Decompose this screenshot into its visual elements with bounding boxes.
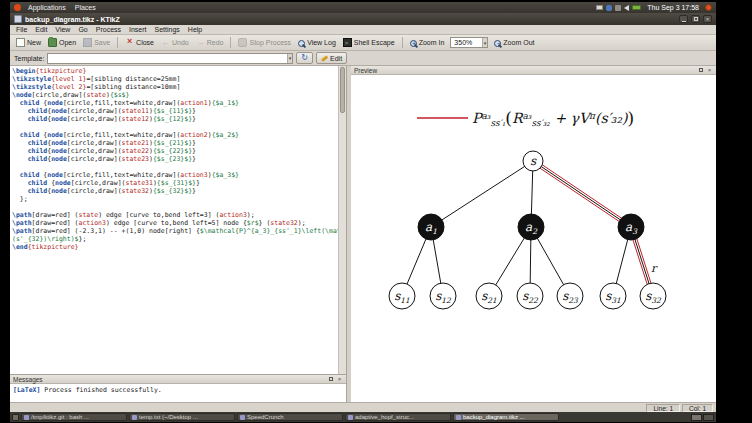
code-line[interactable]: child {node[circle,fill,text=white,draw]… [12,99,344,107]
taskbar-button[interactable]: backup_diagram.tikz ... [453,413,559,421]
zoom-out-button[interactable]: Zoom Out [491,38,537,48]
save-label: Save [94,39,110,46]
open-folder-icon [48,38,57,47]
bluetooth-icon[interactable] [606,5,612,11]
taskbar-button-label: adaptive_hopf_struc... [355,414,414,420]
menu-help[interactable]: Help [184,26,206,33]
show-desktop-icon[interactable] [12,414,19,421]
statusbar: Line: 1 Col: 1 [10,402,716,412]
scrollbar-thumb[interactable] [340,67,345,113]
zoom-in-button[interactable]: Zoom In [407,38,448,48]
code-line[interactable]: \end{tikzpicture} [12,243,344,251]
code-line[interactable]: child {node[circle,fill,text=white,draw]… [12,171,344,179]
window-icon [14,15,22,23]
titlebar[interactable]: backup_diagram.tikz - KTikZ × [10,13,716,25]
preview-header: Preview × [351,66,716,75]
preview-canvas: sa1a2a3s11s12s21s22s23s31s32r Pa₃ss′₁(Ra… [351,75,716,402]
status-col: Col: 1 [682,404,713,412]
chevron-down-icon[interactable]: ▾ [287,54,293,63]
close-dock-icon[interactable]: × [706,67,713,73]
close-button[interactable]: Close [122,37,157,48]
code-line[interactable]: child{node[circle,draw](state22){$s_{22}… [12,147,344,155]
zoom-level-value: 350% [454,39,472,46]
zoom-level-combobox[interactable]: 350% ▾ [450,37,488,48]
menu-file[interactable]: File [12,26,31,33]
toolbar: New Open Save Close Undo [10,35,716,51]
taskbar-button[interactable]: adaptive_hopf_struc... [345,413,451,421]
shell-escape-button[interactable]: Shell Escape [340,37,398,48]
menu-insert[interactable]: Insert [125,26,151,33]
close-icon [125,38,134,47]
task-buttons: /tmp/ktikz.git : bash ...temp.txt (~/Des… [21,413,559,421]
code-line[interactable]: child {node[circle,fill,text=white,draw]… [12,131,344,139]
clock[interactable]: Thu Sep 3 17:58 [647,4,699,11]
code-line[interactable]: child{node[circle,draw](state23){$s_{23}… [12,155,344,163]
messages-body: [LaTeX] Process finished successfully. [10,384,346,402]
open-button[interactable]: Open [45,37,79,48]
taskbar-button[interactable]: /tmp/ktikz.git : bash ... [21,413,127,421]
taskbar-button[interactable]: SpeedCrunch [237,413,343,421]
float-dock-icon[interactable] [327,377,334,381]
code-line[interactable]: \path[draw=red] (action3) edge [curve to… [12,219,344,227]
code-line[interactable] [12,163,344,171]
new-document-icon [16,38,25,47]
redo-button[interactable]: Redo [193,37,227,48]
code-line[interactable]: child{node[circle,draw](state32){$s_{32}… [12,187,344,195]
template-combobox[interactable]: ▾ [47,53,293,64]
refresh-icon: ↻ [301,54,308,62]
code-line[interactable]: child{node[circle,draw](state21){$s_{21}… [12,139,344,147]
menu-edit[interactable]: Edit [31,26,51,33]
edit-template-button[interactable]: Edit [316,52,347,64]
menu-go[interactable]: Go [74,26,91,33]
code-editor[interactable]: \begin{tikzpicture}\tikzstyle{level 1}=[… [10,66,346,374]
undo-button[interactable]: Undo [158,37,192,48]
maximize-button[interactable] [691,15,700,23]
applications-menu[interactable]: Applications [26,4,68,11]
minimize-button[interactable] [679,15,688,23]
workspace-2[interactable] [703,414,714,421]
zoom-in-icon [410,40,417,47]
messages-dock: Messages × [LaTeX] Process finished succ… [10,374,346,402]
view-log-label: View Log [307,39,336,46]
toolbar-separator [230,37,231,48]
places-menu[interactable]: Places [73,4,98,11]
save-button[interactable]: Save [80,37,113,48]
zoom-in-label: Zoom In [419,39,445,46]
code-line[interactable] [12,123,344,131]
editor-scrollbar[interactable] [338,66,346,374]
close-window-button[interactable]: × [703,15,712,23]
ktikz-window: backup_diagram.tikz - KTikZ × FileEditVi… [10,13,716,412]
code-line[interactable]: \begin{tikzpicture} [12,67,344,75]
power-icon[interactable] [705,4,712,11]
code-line[interactable]: \tikzstyle{level 2}=[sibling distance=10… [12,83,344,91]
view-log-button[interactable]: View Log [295,38,339,48]
workspace-1[interactable] [691,414,702,421]
editor-pane: \begin{tikzpicture}\tikzstyle{level 1}=[… [10,66,347,402]
battery-icon[interactable] [632,5,641,10]
code-line[interactable] [12,203,344,211]
mail-indicator-icon[interactable] [596,5,603,10]
distro-logo-icon[interactable] [14,4,21,11]
code-line[interactable]: \tikzstyle{level 1}=[sibling distance=25… [12,75,344,83]
new-button[interactable]: New [13,37,44,48]
taskbar-window-icon [456,415,461,420]
network-icon[interactable] [615,5,621,11]
code-line[interactable]: (s'_{32})\right)$}; [12,235,344,243]
menu-process[interactable]: Process [92,26,125,33]
float-dock-icon[interactable] [697,68,704,72]
volume-icon[interactable] [624,5,629,11]
code-line[interactable]: child{node[circle,draw](state11){$s_{11}… [12,107,344,115]
code-line[interactable]: child{node[circle,draw](state12){$s_{12}… [12,115,344,123]
code-line[interactable]: \path[draw=red] (-2.3,1) -- +(1,0) node[… [12,227,344,235]
taskbar-button[interactable]: temp.txt (~/Desktop ... [129,413,235,421]
stop-process-button[interactable]: Stop Process [235,37,294,48]
chevron-down-icon[interactable]: ▾ [482,38,488,47]
menu-view[interactable]: View [51,26,74,33]
code-line[interactable]: }; [12,195,344,203]
code-line[interactable]: \path[draw=red] (state) edge [curve to,b… [12,211,344,219]
menu-settings[interactable]: Settings [151,26,184,33]
reload-template-button[interactable]: ↻ [296,52,313,64]
code-line[interactable]: child {node[circle,draw](state31){$s_{31… [12,179,344,187]
code-line[interactable]: \node[circle,draw](state){$s$} [12,91,344,99]
close-dock-icon[interactable]: × [336,376,343,382]
